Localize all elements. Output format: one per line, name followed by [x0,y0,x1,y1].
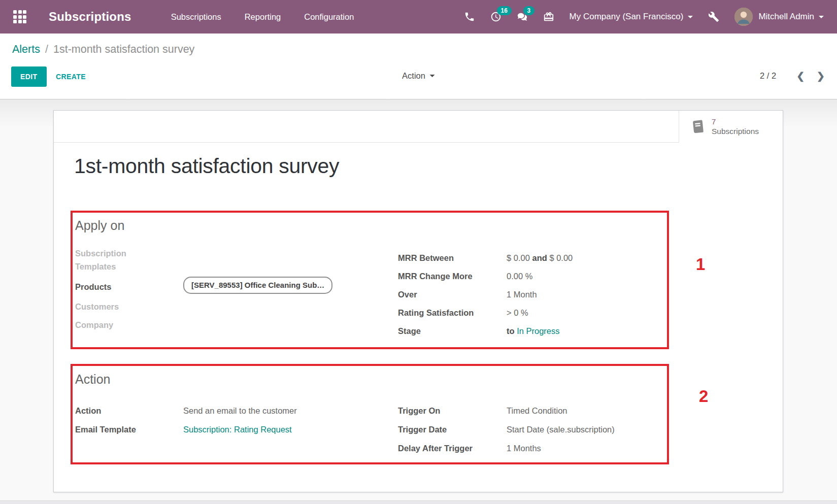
control-panel: Alerts/1st-month satisfaction survey EDI… [0,33,837,99]
form-sheet: 7 Subscriptions 1st-month satisfaction s… [53,110,783,492]
product-tag[interactable]: [SERV_89553] Office Cleaning Sub… [183,277,332,294]
pager: 2 / 2 ❮ ❯ [760,71,825,81]
menu-configuration[interactable]: Configuration [304,12,354,22]
company-label: Company [75,318,160,331]
action-left-column: Action Send an email to the customer Ema… [75,401,375,439]
messages-icon[interactable]: 3 [517,11,528,22]
field-row-stage: Stage to In Progress [398,322,702,340]
activity-count-badge: 16 [497,6,512,15]
subscription-templates-label: Subscription Templates [75,247,160,273]
create-button[interactable]: CREATE [55,66,87,87]
page: Subscriptions Subscriptions Reporting Co… [0,0,837,504]
company-switcher[interactable]: My Company (San Francisco) [570,12,693,22]
mrr-change-label: MRR Change More [398,270,507,283]
edit-button[interactable]: EDIT [11,66,47,87]
phone-icon[interactable] [464,11,475,22]
pager-next-button[interactable]: ❯ [817,71,825,81]
email-template-label: Email Template [75,423,160,436]
user-menu[interactable]: Mitchell Admin [734,8,824,26]
user-name: Mitchell Admin [758,12,814,22]
action-menu-label: Action [402,71,425,81]
field-row-delay-after-trigger: Delay After Trigger 1 Months [398,439,702,457]
stage-in-progress-link[interactable]: In Progress [517,326,559,335]
trigger-on-value: Timed Condition [507,404,702,417]
main-menu: Subscriptions Reporting Configuration [171,12,354,22]
trigger-date-label: Trigger Date [398,423,507,436]
customers-label: Customers [75,300,160,313]
bottom-strip [0,500,837,504]
over-label: Over [398,288,507,301]
apply-on-heading: Apply on [75,218,124,233]
over-value: 1 Month [507,288,702,301]
stat-label: Subscriptions [712,126,759,137]
book-icon [690,119,706,135]
mrr-change-value: 0.00 % [507,270,702,283]
chevron-down-icon [430,75,435,77]
pager-previous-button[interactable]: ❮ [796,71,805,81]
user-avatar [734,8,753,26]
products-label: Products [75,280,160,293]
field-row-mrr-between: MRR Between $ 0.00 and $ 0.00 [398,249,702,267]
gift-icon[interactable] [543,11,554,22]
delay-after-trigger-label: Delay After Trigger [398,442,507,455]
mrr-between-label: MRR Between [398,251,507,264]
rating-satisfaction-label: Rating Satisfaction [398,306,507,319]
delay-after-trigger-value: 1 Months [507,442,702,455]
rating-satisfaction-value: > 0 % [507,306,702,319]
field-row-email-template: Email Template Subscription: Rating Requ… [75,420,375,439]
apply-on-left-column: Subscription Templates Products [SERV_89… [75,247,375,334]
breadcrumb-separator: / [45,43,48,55]
action-label: Action [75,404,160,417]
pager-value: 2 / 2 [760,71,776,81]
breadcrumb-alerts-link[interactable]: Alerts [12,43,40,55]
subscriptions-stat-button[interactable]: 7 Subscriptions [679,111,783,143]
stat-button-bar: 7 Subscriptions [54,111,783,143]
trigger-on-label: Trigger On [398,404,507,417]
field-row-company: Company [75,316,375,334]
menu-reporting[interactable]: Reporting [245,12,281,22]
action-right-column: Trigger On Timed Condition Trigger Date … [398,401,702,457]
field-row-mrr-change: MRR Change More 0.00 % [398,267,702,285]
field-row-subscription-templates: Subscription Templates [75,247,375,276]
debug-tools-icon[interactable] [708,11,719,22]
chevron-down-icon [819,16,824,18]
app-title[interactable]: Subscriptions [49,10,131,24]
field-row-customers: Customers [75,297,375,316]
activity-clock-icon[interactable]: 16 [490,11,501,22]
trigger-date-value: Start Date (sale.subscription) [507,423,702,436]
apps-grid-icon[interactable] [13,10,26,23]
message-count-badge: 3 [523,6,535,15]
field-row-over: Over 1 Month [398,285,702,304]
stage-value: to In Progress [507,324,702,338]
action-menu-button[interactable]: Action [402,71,435,81]
field-row-rating-satisfaction: Rating Satisfaction > 0 % [398,304,702,322]
action-heading: Action [75,372,110,387]
form-view: 7 Subscriptions 1st-month satisfaction s… [0,99,837,504]
company-name: My Company (San Francisco) [570,12,684,22]
field-row-products: Products [SERV_89553] Office Cleaning Su… [75,276,375,297]
top-navbar: Subscriptions Subscriptions Reporting Co… [0,0,837,33]
email-template-value: Subscription: Rating Request [183,423,375,436]
navbar-systray: 16 3 My Company (San Francisco) Mitchell [464,8,824,26]
mrr-between-value: $ 0.00 and $ 0.00 [507,251,702,264]
field-row-trigger-on: Trigger On Timed Condition [398,401,702,420]
action-value: Send an email to the customer [183,404,375,417]
breadcrumb-current: 1st-month satisfaction survey [53,43,194,55]
stage-label: Stage [398,324,507,338]
email-template-link[interactable]: Subscription: Rating Request [183,425,292,434]
field-row-action: Action Send an email to the customer [75,401,375,420]
record-title: 1st-month satisfaction survey [74,154,339,178]
breadcrumb: Alerts/1st-month satisfaction survey [12,43,194,56]
chevron-down-icon [688,16,693,18]
field-row-trigger-date: Trigger Date Start Date (sale.subscripti… [398,420,702,439]
menu-subscriptions[interactable]: Subscriptions [171,12,221,22]
products-value: [SERV_89553] Office Cleaning Sub… [183,277,375,297]
stat-count: 7 [712,117,759,127]
apply-on-right-column: MRR Between $ 0.00 and $ 0.00 MRR Change… [398,249,702,340]
